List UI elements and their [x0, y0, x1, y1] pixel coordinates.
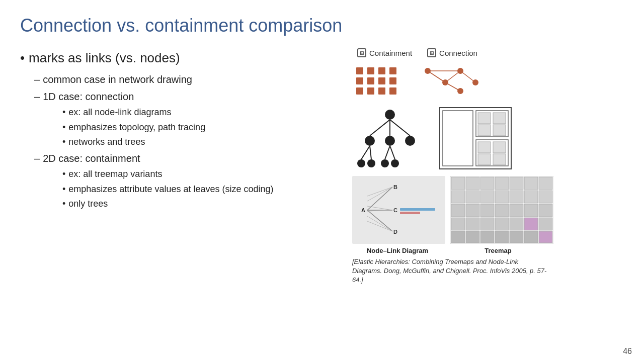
svg-rect-82	[480, 204, 494, 217]
svg-rect-38	[443, 111, 473, 166]
svg-rect-86	[539, 204, 552, 217]
svg-rect-92	[524, 218, 538, 230]
dash-2-text: 1D case: connection	[43, 88, 134, 105]
dash-symbol-3: –	[34, 150, 40, 167]
bullet-1: • marks as links (vs. nodes)	[20, 48, 342, 68]
svg-rect-43	[478, 125, 491, 136]
visuals-row3: A B C D	[352, 176, 553, 244]
svg-line-26	[370, 120, 390, 136]
svg-point-19	[457, 68, 463, 74]
svg-rect-83	[495, 204, 509, 217]
svg-point-29	[357, 159, 365, 167]
svg-rect-71	[524, 177, 538, 190]
connection-legend: ⊞ Connection	[427, 48, 477, 57]
svg-point-21	[457, 88, 463, 94]
svg-rect-93	[539, 218, 552, 230]
svg-rect-5	[367, 77, 374, 84]
svg-rect-10	[378, 87, 385, 95]
sub-3-text: networks and trees	[68, 135, 145, 150]
svg-rect-100	[539, 231, 552, 243]
dash-symbol-2: –	[34, 88, 40, 105]
sub-dot-5: •	[62, 182, 65, 197]
svg-rect-2	[378, 67, 385, 74]
connection-dots-svg	[418, 63, 483, 99]
svg-rect-9	[367, 87, 374, 95]
svg-rect-11	[389, 87, 396, 95]
nl-caption: Node–Link Diagram	[352, 247, 443, 254]
containment-dots-svg	[352, 63, 408, 99]
svg-rect-72	[539, 177, 552, 190]
svg-rect-76	[495, 191, 509, 203]
svg-rect-81	[466, 204, 479, 217]
sub-6-text: only trees	[68, 197, 108, 212]
svg-rect-73	[451, 191, 465, 203]
tm-caption: Treemap	[448, 247, 548, 254]
svg-rect-96	[480, 231, 494, 243]
svg-rect-44	[493, 125, 506, 136]
sub-6: • only trees	[62, 197, 342, 212]
tree-diagram-svg	[352, 106, 428, 171]
svg-rect-75	[480, 191, 494, 203]
svg-rect-87	[451, 218, 465, 230]
svg-point-22	[385, 110, 395, 120]
legend-row: ⊞ Containment ⊞ Connection	[352, 48, 477, 57]
svg-rect-42	[493, 113, 506, 124]
visuals-row2	[352, 106, 513, 171]
svg-rect-68	[480, 177, 494, 190]
sub-dot-4: •	[62, 167, 65, 182]
sub-dot-2: •	[62, 120, 65, 135]
svg-point-23	[365, 136, 375, 146]
svg-line-12	[428, 71, 445, 82]
svg-rect-84	[510, 204, 523, 217]
containment-icon: ⊞	[357, 48, 366, 57]
svg-rect-97	[495, 231, 509, 243]
svg-rect-90	[495, 218, 509, 230]
sub-bullets-2d: • ex: all treemap variants • emphasizes …	[34, 167, 342, 212]
visuals-row1	[352, 63, 483, 99]
dash-3: – 2D case: containment	[34, 150, 342, 167]
dash-symbol: –	[34, 71, 40, 88]
containment-label: Containment	[369, 49, 412, 57]
svg-line-32	[370, 146, 371, 159]
sub-4: • ex: all treemap variants	[62, 167, 342, 182]
svg-rect-91	[510, 218, 523, 230]
sub-3: • networks and trees	[62, 135, 342, 150]
dash-1-text: common case in network drawing	[43, 71, 192, 88]
svg-rect-77	[510, 191, 523, 203]
svg-line-35	[385, 146, 390, 159]
slide: Connection vs. containment comparison • …	[0, 0, 644, 362]
svg-rect-48	[493, 154, 506, 165]
citation-text: [Elastic Hierarchies: Combining Treemaps…	[352, 257, 548, 285]
svg-rect-85	[524, 204, 538, 217]
treemap-diagram-svg: treemap cells	[450, 176, 553, 244]
bullet-dot: •	[20, 48, 25, 68]
sub-4-text: ex: all treemap variants	[68, 167, 162, 182]
svg-rect-41	[478, 113, 491, 124]
svg-point-17	[425, 68, 431, 74]
svg-rect-79	[539, 191, 552, 203]
svg-point-34	[391, 159, 399, 167]
svg-rect-99	[524, 231, 538, 243]
svg-rect-69	[495, 177, 509, 190]
svg-point-20	[472, 79, 478, 85]
svg-point-30	[367, 159, 375, 167]
svg-line-31	[361, 146, 370, 159]
svg-rect-78	[524, 191, 538, 203]
sub-5-text: emphasizes attribute values at leaves (s…	[68, 182, 273, 197]
svg-rect-1	[367, 67, 374, 74]
svg-text:D: D	[393, 229, 397, 235]
sub-5: • emphasizes attribute values at leaves …	[62, 182, 342, 197]
containment-legend: ⊞ Containment	[357, 48, 412, 57]
sub-dot-1: •	[62, 105, 65, 120]
sub-1: • ex: all node-link diagrams	[62, 105, 342, 120]
svg-text:B: B	[393, 184, 397, 190]
sub-1-text: ex: all node-link diagrams	[68, 105, 171, 120]
right-panel: ⊞ Containment ⊞ Connection	[352, 48, 624, 285]
svg-rect-66	[451, 177, 465, 190]
nl-diagram-svg: A B C D	[352, 176, 445, 244]
svg-point-25	[405, 136, 415, 146]
svg-rect-88	[466, 218, 479, 230]
dash-2: – 1D case: connection	[34, 88, 342, 105]
svg-point-33	[381, 159, 389, 167]
svg-text:A: A	[361, 207, 365, 213]
